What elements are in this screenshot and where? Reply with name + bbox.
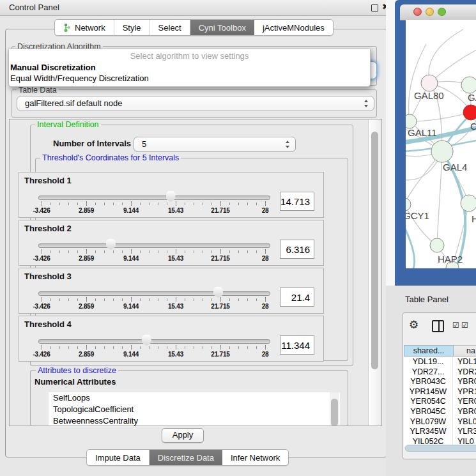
node-selected-red[interactable]	[463, 105, 476, 120]
threshold-2-slider-thumb[interactable]	[106, 239, 116, 250]
column-layout-icon[interactable]	[432, 320, 444, 332]
number-of-intervals-value: 5	[142, 137, 146, 151]
settings-vertical-scrollbar[interactable]	[368, 119, 381, 426]
tick-label: 21.715	[200, 303, 241, 310]
slider-minor-ticks	[42, 298, 266, 301]
node-label: HAP2	[438, 254, 463, 265]
table-window: ⚙ ☑ ☑ shared... na YDL19...YDL1 YDR27...…	[402, 312, 476, 459]
zoom-traffic-light-icon[interactable]	[438, 8, 446, 16]
threshold-4-slider-thumb[interactable]	[142, 335, 151, 346]
tick-label: -3.426	[21, 207, 62, 214]
checkbox-icon[interactable]: ☑	[461, 321, 468, 330]
settings-scroll-viewport: Interval Definition Number of Intervals …	[9, 119, 382, 426]
apply-button[interactable]: Apply	[162, 428, 204, 443]
node-top-right[interactable]	[461, 77, 476, 93]
tick-label: 15.43	[155, 351, 196, 358]
dropdown-option-manual[interactable]: Manual Discretization	[10, 63, 96, 72]
attributes-group-title: Attributes to discretize	[36, 366, 118, 375]
tab-discretize-data[interactable]: Discretize Data	[150, 450, 222, 465]
tab-cyni-toolbox[interactable]: Cyni Toolbox	[190, 20, 254, 35]
checkbox-icon[interactable]: ☑	[452, 321, 459, 330]
table-data-title: Table Data	[17, 86, 59, 95]
slider-minor-ticks	[42, 250, 266, 253]
table-horizontal-scrollbar[interactable]	[405, 445, 476, 452]
close-traffic-light-icon[interactable]	[413, 8, 422, 16]
tick-label: 9.144	[111, 255, 151, 262]
table-row[interactable]: YBR043CYBR0	[404, 377, 476, 387]
node-label: GA	[468, 92, 476, 103]
tab-select[interactable]: Select	[150, 20, 190, 35]
tick-label: -3.426	[21, 303, 62, 310]
tick-label: 21.715	[200, 255, 241, 262]
minimize-traffic-light-icon[interactable]	[426, 8, 434, 16]
network-graph: GAL80 GA C GAL11 GAL4 GCY1 H HAP2	[406, 20, 476, 268]
tick-label: 9.144	[111, 207, 151, 214]
tick-label: 21.715	[200, 351, 241, 358]
panel-title: Control Panel	[9, 3, 59, 12]
table-row[interactable]: YPR145WYPR1	[404, 387, 476, 397]
node-label: GAL11	[408, 127, 437, 138]
attributes-group: Attributes to discretize Numerical Attri…	[30, 370, 348, 426]
number-of-intervals-label: Number of Intervals	[53, 139, 131, 148]
control-panel-tabs: Network Style Select Cyni Toolbox jActiv…	[54, 19, 334, 36]
table-body: YDL19...YDL1 YDR27...YDR2 YBR043CYBR0 YP…	[404, 357, 476, 447]
threshold-4-row: Threshold 4 -3.426 2.859 9.144 15.43 21.…	[19, 316, 324, 362]
tick-label: -3.426	[21, 351, 62, 358]
table-panel-title: Table Panel	[405, 295, 449, 304]
list-item[interactable]: TopologicalCoefficient	[49, 404, 340, 415]
threshold-2-value-field[interactable]: 6.316	[280, 240, 314, 259]
table-data-combobox[interactable]: galFiltered.sif default node	[17, 96, 374, 111]
tab-network[interactable]: Network	[55, 20, 114, 35]
table-row[interactable]: YLR345WYLR3	[404, 427, 476, 437]
threshold-1-slider[interactable]	[38, 196, 270, 200]
network-view-canvas[interactable]: GAL80 GA C GAL11 GAL4 GCY1 H HAP2	[406, 20, 476, 268]
tab-style[interactable]: Style	[114, 20, 150, 35]
scrollbar-thumb[interactable]	[371, 132, 378, 369]
threshold-4-label: Threshold 4	[24, 319, 72, 329]
table-row[interactable]: YBL079WYBL0	[404, 417, 476, 427]
node-label: H	[472, 213, 476, 224]
combo-stepper-icon	[286, 141, 290, 148]
table-row[interactable]: YDR27...YDR2	[404, 367, 476, 378]
tick-label: -3.426	[21, 255, 62, 262]
list-item[interactable]: BetweennessCentrality	[49, 415, 340, 426]
threshold-4-value-field[interactable]: 11.344	[280, 335, 314, 355]
number-of-intervals-combobox[interactable]: 5	[134, 137, 296, 152]
dropdown-option-equal-width[interactable]: Equal Width/Frequency Discretization	[10, 73, 149, 83]
tick-label: 2.859	[66, 351, 107, 358]
dropdown-hint: Select algorithm to view settings	[9, 51, 370, 61]
column-header-name[interactable]: na	[454, 345, 476, 357]
network-window-titlebar[interactable]	[400, 4, 476, 20]
table-row[interactable]: YDL19...YDL1	[404, 357, 476, 367]
node-gal80[interactable]	[421, 75, 438, 91]
float-window-icon[interactable]	[371, 4, 378, 12]
tab-jactivemnodules[interactable]: jActiveMNodules	[254, 20, 333, 35]
threshold-2-slider[interactable]	[38, 243, 270, 248]
threshold-3-slider-thumb[interactable]	[213, 287, 223, 298]
tick-label: 15.43	[155, 303, 196, 310]
table-row[interactable]: YBR045CYBR0	[404, 407, 476, 417]
list-item[interactable]: SelfLoops	[49, 392, 340, 404]
threshold-4-slider[interactable]	[38, 339, 270, 344]
numerical-attributes-label: Numerical Attributes	[35, 377, 116, 387]
gear-icon[interactable]: ⚙	[409, 318, 418, 332]
column-header-shared[interactable]: shared...	[404, 345, 454, 357]
table-row[interactable]: YER054CYER0	[404, 397, 476, 407]
tick-label: 9.144	[111, 303, 151, 310]
threshold-1-slider-thumb[interactable]	[166, 191, 176, 202]
node-h[interactable]	[461, 195, 476, 211]
numerical-attributes-list[interactable]: SelfLoops TopologicalCoefficient Between…	[49, 392, 340, 426]
threshold-3-slider[interactable]	[38, 291, 270, 296]
node-gal4[interactable]	[431, 141, 453, 162]
threshold-1-value-field[interactable]: 14.713	[280, 192, 314, 211]
attributes-list-scrollbar[interactable]	[330, 392, 339, 426]
threshold-coordinates-title: Threshold's Coordinates for 5 Intervals	[40, 153, 181, 162]
node-label: GAL4	[443, 162, 467, 173]
node-gcy1[interactable]	[406, 198, 411, 211]
tab-impute-data[interactable]: Impute Data	[87, 450, 150, 465]
threshold-3-row: Threshold 3 -3.426 2.859 9.144 15.43 21.…	[19, 268, 324, 314]
node-hap2[interactable]	[430, 238, 444, 252]
tab-infer-network[interactable]: Infer Network	[222, 450, 288, 465]
threshold-3-value-field[interactable]: 21.4	[280, 288, 314, 307]
node-gal11[interactable]	[406, 114, 417, 128]
